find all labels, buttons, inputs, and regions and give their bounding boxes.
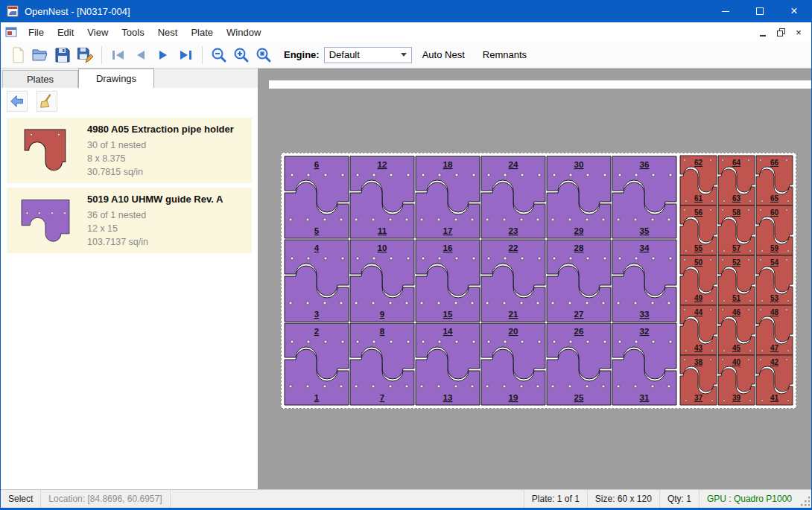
close-button[interactable]: × (777, 0, 811, 22)
nested-part-pair[interactable]: 2423 (481, 156, 545, 238)
nested-part-pair[interactable]: 6059 (756, 205, 793, 255)
nested-part-pair[interactable]: 2625 (547, 323, 611, 405)
svg-text:40: 40 (732, 358, 741, 366)
save-as-button[interactable] (74, 44, 96, 66)
nested-part-pair[interactable]: 87 (350, 323, 414, 405)
app-icon (7, 5, 19, 17)
menu-plate[interactable]: Plate (184, 24, 220, 41)
open-button[interactable] (29, 44, 51, 66)
nested-part-pair[interactable]: 65 (285, 156, 349, 238)
zoom-in-button[interactable] (230, 44, 253, 66)
tab-drawings[interactable]: Drawings (78, 68, 154, 88)
nested-part-pair[interactable]: 1413 (416, 323, 480, 405)
new-file-button[interactable] (7, 44, 29, 66)
minimize-button[interactable] (708, 0, 743, 22)
last-plate-button[interactable] (174, 44, 197, 66)
menu-tools[interactable]: Tools (115, 24, 150, 41)
last-arrow-icon (177, 46, 194, 64)
previous-arrow-icon (132, 46, 150, 64)
mdi-restore-button[interactable] (773, 25, 789, 39)
zoom-in-icon (232, 46, 250, 64)
nested-part-pair[interactable]: 6261 (680, 156, 717, 205)
clear-drawings-button[interactable] (37, 91, 57, 112)
next-plate-button[interactable] (152, 44, 174, 66)
svg-text:1: 1 (314, 393, 320, 402)
part-list-item[interactable]: 5019 A10 UHMW guide Rev. A 36 of 1 neste… (7, 188, 252, 253)
nested-part-pair[interactable]: 4039 (718, 355, 755, 405)
part-area: 103.7137 sq/in (87, 235, 247, 249)
svg-text:38: 38 (694, 358, 703, 366)
auto-nest-button[interactable]: Auto Nest (415, 45, 472, 65)
nested-part-pair[interactable]: 4645 (718, 305, 755, 355)
svg-text:46: 46 (732, 308, 741, 316)
nested-part-pair[interactable]: 4847 (756, 305, 793, 355)
titlebar[interactable]: OpenNest - [N0317-004] × (1, 0, 811, 22)
svg-text:33: 33 (640, 310, 650, 319)
nest-plate-svg[interactable]: 6512111817242330293635431091615222128273… (282, 153, 796, 408)
svg-text:54: 54 (770, 258, 779, 267)
document-icon (5, 26, 17, 38)
nested-part-pair[interactable]: 5655 (680, 205, 717, 255)
nested-part-pair[interactable]: 43 (285, 240, 349, 322)
remnants-button[interactable]: Remnants (475, 45, 534, 65)
svg-text:25: 25 (574, 393, 584, 402)
svg-text:44: 44 (694, 308, 703, 316)
svg-text:30: 30 (574, 160, 584, 169)
engine-select-value: Default (329, 49, 360, 60)
nested-part-pair[interactable]: 5251 (718, 255, 755, 305)
save-icon (54, 46, 72, 64)
menu-edit[interactable]: Edit (51, 24, 80, 41)
svg-text:55: 55 (694, 244, 703, 252)
nested-part-pair[interactable]: 2221 (481, 240, 545, 322)
mdi-close-button[interactable]: × (790, 25, 807, 39)
nested-part-pair[interactable]: 3231 (612, 323, 676, 405)
menu-view[interactable]: View (80, 24, 115, 41)
svg-text:37: 37 (694, 394, 703, 402)
first-plate-button[interactable] (107, 44, 130, 66)
zoom-out-button[interactable] (208, 44, 230, 66)
save-button[interactable] (51, 44, 74, 66)
save-as-icon (76, 46, 94, 64)
svg-text:27: 27 (574, 310, 584, 319)
menu-nest[interactable]: Nest (151, 24, 185, 41)
new-file-icon (9, 46, 27, 64)
nested-part-pair[interactable]: 1615 (416, 240, 480, 322)
nested-part-pair[interactable]: 4241 (756, 355, 793, 405)
canvas-top-strip (269, 80, 811, 89)
nested-part-pair[interactable]: 4443 (680, 305, 717, 355)
nested-part-pair[interactable]: 5049 (680, 255, 717, 305)
import-drawing-button[interactable] (7, 91, 28, 112)
menu-window[interactable]: Window (220, 24, 267, 41)
part-list-item[interactable]: 4980 A05 Extraction pipe holder 30 of 1 … (7, 118, 252, 183)
engine-select[interactable]: Default (324, 47, 412, 63)
nested-part-pair[interactable]: 1817 (416, 156, 480, 238)
svg-text:36: 36 (640, 160, 650, 169)
menu-file[interactable]: File (22, 24, 51, 41)
plate[interactable]: 6512111817242330293635431091615222128273… (281, 153, 796, 409)
nested-part-pair[interactable]: 6665 (756, 156, 793, 205)
drawings-panel: 4980 A05 Extraction pipe holder 30 of 1 … (1, 88, 258, 489)
mdi-minimize-button[interactable] (755, 25, 771, 39)
nested-part-pair[interactable]: 109 (350, 240, 414, 322)
nested-part-pair[interactable]: 5857 (718, 205, 755, 255)
nested-part-pair[interactable]: 3837 (680, 355, 717, 405)
nested-part-pair[interactable]: 3433 (612, 240, 676, 322)
nested-part-pair[interactable]: 2019 (481, 323, 545, 405)
nested-part-pair[interactable]: 2827 (547, 240, 611, 322)
svg-text:32: 32 (640, 327, 650, 336)
nested-part-pair[interactable]: 1211 (350, 156, 414, 238)
nested-part-pair[interactable]: 3029 (547, 156, 611, 238)
maximize-button[interactable] (743, 0, 777, 22)
nested-part-pair[interactable]: 6463 (718, 156, 755, 205)
svg-text:29: 29 (574, 226, 584, 235)
tab-plates[interactable]: Plates (2, 70, 78, 88)
nest-canvas[interactable]: 6512111817242330293635431091615222128273… (258, 68, 811, 489)
zoom-fit-button[interactable] (253, 44, 275, 66)
nested-part-pair[interactable]: 21 (285, 323, 349, 405)
previous-plate-button[interactable] (130, 44, 152, 66)
resize-grip-icon[interactable] (799, 490, 811, 508)
part-title: 4980 A05 Extraction pipe holder (87, 124, 247, 135)
svg-text:42: 42 (770, 358, 779, 366)
nested-part-pair[interactable]: 5453 (756, 255, 793, 305)
nested-part-pair[interactable]: 3635 (612, 156, 676, 238)
